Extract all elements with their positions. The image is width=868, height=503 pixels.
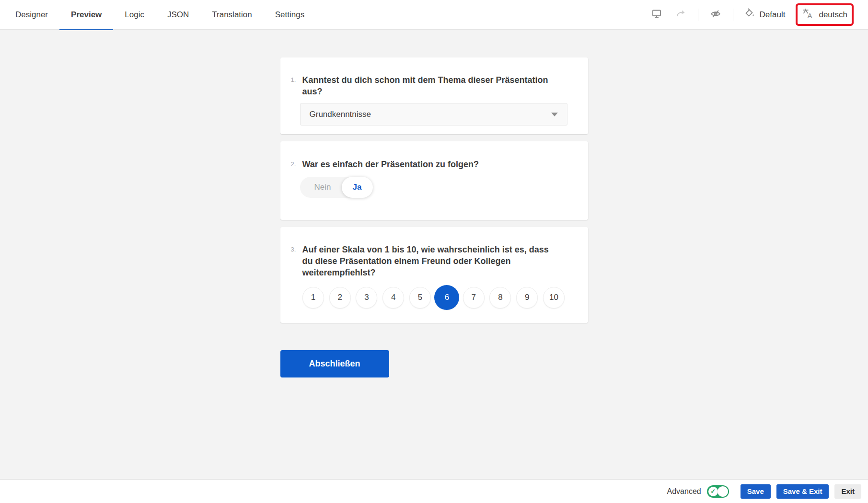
rating-option-10[interactable]: 10 [543, 287, 565, 309]
monitor-icon [651, 8, 662, 22]
boolean-option-no[interactable]: Nein [300, 177, 346, 198]
tab-json[interactable]: JSON [156, 0, 200, 30]
chevron-down-icon [551, 113, 558, 116]
creator-toolbar: Default A deutsch [650, 3, 854, 26]
question-card-rating: 3. Auf einer Skala von 1 bis 10, wie wah… [280, 227, 588, 323]
question-text: Auf einer Skala von 1 bis 10, wie wahrsc… [302, 244, 561, 278]
rating-option-1[interactable]: 1 [302, 287, 324, 309]
advanced-toggle[interactable]: ✓ [707, 485, 729, 498]
tab-logic[interactable]: Logic [113, 0, 156, 30]
tab-settings[interactable]: Settings [264, 0, 316, 30]
rating-option-9[interactable]: 9 [516, 287, 538, 309]
question-number: 3. [291, 244, 302, 278]
save-and-exit-button[interactable]: Save & Exit [776, 484, 829, 499]
boolean-toggle[interactable]: Nein Ja [300, 177, 373, 198]
exit-button[interactable]: Exit [834, 484, 861, 499]
rating-scale: 1 2 3 4 5 6 7 8 9 10 [300, 285, 567, 310]
creator-top-bar: Designer Preview Logic JSON Translation … [0, 0, 868, 30]
rating-option-6-selected[interactable]: 6 [434, 285, 459, 310]
creator-footer-bar: Advanced ✓ Save Save & Exit Exit [0, 479, 868, 503]
question-text: War es einfach der Präsentation zu folge… [302, 159, 479, 170]
theme-selector-button[interactable]: Default [744, 8, 786, 22]
preview-surface: 1. Kanntest du dich schon mit dem Thema … [0, 30, 868, 479]
dropdown-input[interactable]: Grundkenntnisse [300, 103, 567, 126]
paint-bucket-icon [744, 8, 755, 22]
check-icon: ✓ [708, 487, 718, 496]
question-card-dropdown: 1. Kanntest du dich schon mit dem Thema … [280, 57, 588, 134]
rating-option-4[interactable]: 4 [382, 287, 404, 309]
boolean-option-yes-selected[interactable]: Ja [342, 177, 373, 198]
question-title: 3. Auf einer Skala von 1 bis 10, wie wah… [291, 244, 567, 278]
toggle-thumb [718, 486, 728, 497]
rating-option-3[interactable]: 3 [356, 287, 377, 309]
rating-option-2[interactable]: 2 [329, 287, 351, 309]
language-selector-label: deutsch [819, 10, 847, 20]
tab-preview[interactable]: Preview [59, 0, 113, 30]
question-card-boolean: 2. War es einfach der Präsentation zu fo… [280, 141, 588, 220]
theme-selector-label: Default [760, 10, 786, 20]
language-selector-button[interactable]: A deutsch [796, 3, 854, 26]
tab-translation[interactable]: Translation [200, 0, 263, 30]
survey-preview: 1. Kanntest du dich schon mit dem Thema … [280, 57, 588, 377]
rating-option-7[interactable]: 7 [463, 287, 485, 309]
question-title: 2. War es einfach der Präsentation zu fo… [291, 159, 567, 170]
advanced-label: Advanced [667, 487, 701, 496]
device-preview-button[interactable] [650, 8, 663, 22]
dropdown-selected-value: Grundkenntnisse [310, 110, 371, 119]
tab-designer[interactable]: Designer [4, 0, 59, 30]
creator-tabs: Designer Preview Logic JSON Translation … [0, 0, 316, 30]
svg-text:A: A [808, 11, 812, 20]
translate-icon: A [802, 7, 814, 22]
rating-option-5[interactable]: 5 [409, 287, 431, 309]
redo-button[interactable] [674, 8, 687, 22]
complete-survey-button[interactable]: Abschließen [280, 350, 389, 377]
save-button[interactable]: Save [741, 484, 771, 499]
eye-off-icon [709, 8, 722, 22]
hide-invisible-button[interactable] [709, 8, 722, 22]
question-title: 1. Kanntest du dich schon mit dem Thema … [291, 74, 567, 97]
rating-option-8[interactable]: 8 [489, 287, 511, 309]
toolbar-divider [733, 9, 733, 21]
question-number: 2. [291, 159, 302, 170]
question-number: 1. [291, 74, 302, 97]
question-text: Kanntest du dich schon mit dem Thema die… [302, 74, 561, 97]
redo-icon [675, 8, 686, 22]
toolbar-divider [698, 9, 698, 21]
